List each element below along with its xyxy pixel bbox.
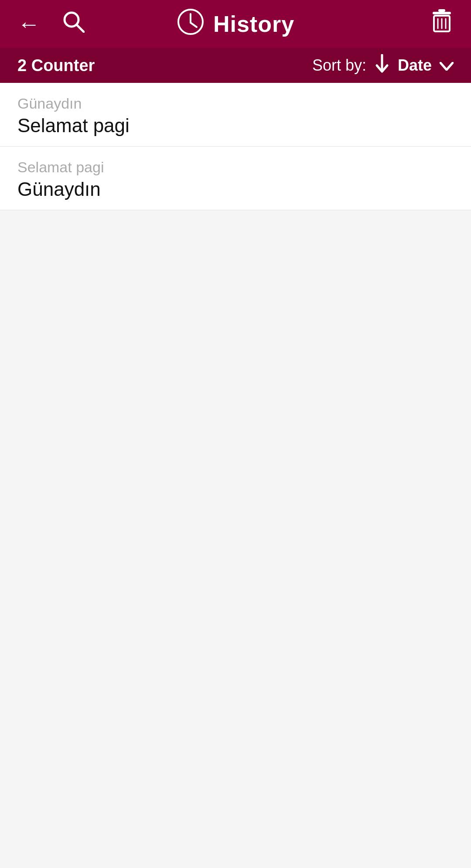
svg-rect-5 <box>433 12 451 14</box>
header-right-controls <box>430 8 454 40</box>
search-button[interactable] <box>62 10 85 38</box>
sort-field-label: Date <box>398 56 432 75</box>
clock-icon <box>177 8 205 40</box>
list-item-title: Selamat pagi <box>17 115 454 137</box>
header-center: History <box>177 8 294 40</box>
page-title: History <box>213 11 294 37</box>
sort-direction-icon[interactable] <box>374 54 390 77</box>
list-item-title: Günaydın <box>17 178 454 200</box>
sort-chevron-icon[interactable] <box>440 56 454 75</box>
list-item[interactable]: Selamat pagi Günaydın <box>0 147 471 210</box>
list-item-subtitle: Günaydın <box>17 95 454 112</box>
back-button[interactable]: ← <box>17 13 40 35</box>
svg-rect-6 <box>438 9 445 12</box>
list-item[interactable]: Günaydın Selamat pagi <box>0 83 471 147</box>
sort-by-label: Sort by: <box>312 56 366 75</box>
delete-button[interactable] <box>430 8 454 40</box>
toolbar: 2 Counter Sort by: Date <box>0 48 471 83</box>
list-item-subtitle: Selamat pagi <box>17 159 454 176</box>
header-left-controls: ← <box>17 10 85 38</box>
svg-line-1 <box>77 25 84 32</box>
history-list: Günaydın Selamat pagi Selamat pagi Günay… <box>0 83 471 210</box>
svg-line-4 <box>191 23 197 27</box>
app-header: ← History <box>0 0 471 48</box>
counter-label: 2 Counter <box>17 56 95 75</box>
sort-controls[interactable]: Sort by: Date <box>312 54 454 77</box>
